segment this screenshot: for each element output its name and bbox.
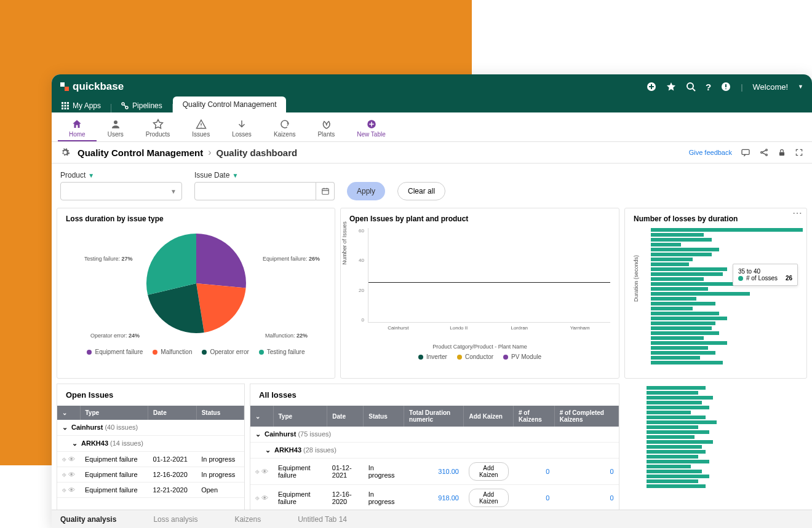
eye-icon: 👁 <box>261 494 268 502</box>
apply-button[interactable]: Apply <box>347 182 385 200</box>
nav-active-app[interactable]: Quality Control Management <box>173 97 287 112</box>
pie-chart-card: Loss duration by issue type Equipment fa… <box>57 208 335 379</box>
group-row[interactable]: ⌄Cainhurst (75 issues) <box>250 427 619 443</box>
more-menu-icon[interactable]: ⋯ <box>792 207 803 219</box>
all-losses-title: All losses <box>250 384 619 406</box>
clear-all-button[interactable]: Clear all <box>397 182 445 200</box>
bar-xaxis: Product Catgory/Product - Plant Name <box>349 344 610 350</box>
all-losses-card: All losses ⌄ Type Date Status Total Dura… <box>250 384 619 512</box>
toolbar-plants[interactable]: Plants <box>306 116 346 141</box>
eye-icon: 👁 <box>261 468 268 475</box>
pie-label-malfunction: Malfunction: 22% <box>265 333 308 339</box>
table-row[interactable]: ⎆👁 Equipment failure 12-16-2020 In progr… <box>250 485 619 511</box>
funnel-icon: ▼ <box>88 172 94 179</box>
logo-mark-icon <box>60 82 69 91</box>
help-icon[interactable]: ? <box>706 82 711 92</box>
hbar-chart-card: ⋯ Number of losses by duration Duration … <box>624 208 807 379</box>
breadcrumb-page: Quality dashboard <box>217 148 298 158</box>
svg-point-14 <box>114 120 117 124</box>
add-kaizen-button[interactable]: Add Kaizen <box>469 462 509 481</box>
table-row[interactable]: ⎆👁Equipment failure12-21-2020Open <box>57 483 244 498</box>
table-row[interactable]: ⎆👁 Equipment failure 01-12-2021 In progr… <box>250 459 619 485</box>
svg-rect-11 <box>67 108 69 109</box>
breadcrumb-bar: Quality Control Management › Quality das… <box>52 142 812 164</box>
svg-point-12 <box>122 103 124 105</box>
nav-pipelines[interactable]: Pipelines <box>111 99 172 112</box>
filter-bar: Product▼ ▼ Issue Date▼ Apply Clear all <box>52 164 812 208</box>
expand-col-header[interactable]: ⌄ <box>250 406 273 427</box>
group-row[interactable]: ⌄Cainhurst (40 issues) <box>57 420 244 436</box>
product-select[interactable]: ▼ <box>60 182 182 200</box>
share-icon[interactable] <box>759 148 769 157</box>
chevron-down-icon: ⌄ <box>255 430 261 438</box>
calendar-button[interactable] <box>316 182 335 200</box>
logo: quickbase <box>60 81 124 93</box>
toolbar-issues[interactable]: Issues <box>181 116 221 141</box>
hbar-continuation <box>624 384 807 512</box>
fullscreen-icon[interactable] <box>795 148 803 157</box>
svg-rect-8 <box>67 105 69 107</box>
welcome-label[interactable]: Welcome! <box>753 82 789 92</box>
clip-icon: ⎆ <box>62 455 66 463</box>
filter-product-label: Product <box>60 171 86 179</box>
hbar-ylabel: Duration (seconds) <box>634 255 639 302</box>
table-toolbar: Home Users Products Issues Losses Kaizen… <box>52 112 812 142</box>
bottom-tab-untitled[interactable]: Untitled Tab 14 <box>298 515 347 524</box>
nav-my-apps[interactable]: My Apps <box>52 99 111 112</box>
clip-icon: ⎆ <box>62 486 66 494</box>
plus-icon[interactable] <box>647 82 656 92</box>
bottom-tabs: Quality analysis Loss analysis Kaizens U… <box>52 510 812 528</box>
expand-col-header[interactable]: ⌄ <box>57 406 80 420</box>
hbar-chart <box>651 228 803 364</box>
lock-icon[interactable] <box>778 148 786 157</box>
chevron-down-icon: ⌄ <box>62 424 68 431</box>
give-feedback-link[interactable]: Give feedback <box>689 149 732 156</box>
chevron-down-icon: ⌄ <box>255 413 260 420</box>
pie-label-operator: Operator error: 24% <box>90 333 140 339</box>
clip-icon: ⎆ <box>255 468 260 475</box>
toolbar-users[interactable]: Users <box>97 116 135 141</box>
table-row[interactable]: ⎆👁Equipment failure12-16-2020In progress <box>57 467 244 483</box>
issue-date-input[interactable] <box>194 182 316 200</box>
svg-rect-9 <box>62 108 63 109</box>
svg-rect-7 <box>65 105 66 107</box>
pie-chart <box>141 228 252 339</box>
toolbar-new-table[interactable]: New Table <box>346 116 397 141</box>
toolbar-home[interactable]: Home <box>58 116 97 141</box>
svg-point-18 <box>766 149 768 151</box>
svg-point-19 <box>766 154 768 156</box>
toolbar-kaizens[interactable]: Kaizens <box>263 116 307 141</box>
bar-chart <box>368 228 610 323</box>
chat-icon[interactable] <box>741 148 750 157</box>
brand-name: quickbase <box>73 81 124 93</box>
chevron-down-icon: ⌄ <box>265 446 271 454</box>
svg-rect-6 <box>62 105 63 107</box>
eye-icon: 👁 <box>68 471 75 478</box>
table-row[interactable]: ⎆👁Equipment failure01-12-2021In progress <box>57 452 244 467</box>
svg-rect-3 <box>62 102 63 104</box>
toolbar-products[interactable]: Products <box>135 116 181 141</box>
star-icon[interactable] <box>666 82 676 92</box>
bottom-tab-loss[interactable]: Loss analysis <box>153 515 197 524</box>
open-issues-card: Open Issues ⌄ Type Date Status ⌄Cainhurs… <box>57 384 245 512</box>
group-row[interactable]: ⌄ARKH43 (14 issues) <box>57 436 244 452</box>
chevron-down-icon[interactable]: ▼ <box>798 84 803 90</box>
pie-label-equipment: Equipment failure: 26% <box>263 256 320 262</box>
toolbar-losses[interactable]: Losses <box>221 116 263 141</box>
gear-icon[interactable] <box>60 148 70 157</box>
alert-icon[interactable] <box>721 82 731 92</box>
bottom-tab-quality[interactable]: Quality analysis <box>60 515 116 524</box>
svg-rect-10 <box>65 108 66 109</box>
add-kaizen-button[interactable]: Add Kaizen <box>469 489 509 507</box>
hbar-title: Number of losses by duration <box>634 215 803 223</box>
bottom-tab-kaizens[interactable]: Kaizens <box>234 515 261 524</box>
pie-title: Loss duration by issue type <box>66 215 326 223</box>
chevron-down-icon: ▼ <box>170 188 177 195</box>
pie-legend: Equipment failure Malfunction Operator e… <box>66 349 326 355</box>
breadcrumb-app[interactable]: Quality Control Management <box>78 148 203 158</box>
search-icon[interactable] <box>686 82 696 92</box>
chart-tooltip: 35 to 40 # of Losses 26 <box>733 264 798 286</box>
topbar: quickbase ? | Welcome! ▼ <box>52 74 812 99</box>
group-row[interactable]: ⌄ARKH43 (28 issues) <box>250 443 619 459</box>
bar-title: Open Issues by plant and product <box>349 215 610 223</box>
